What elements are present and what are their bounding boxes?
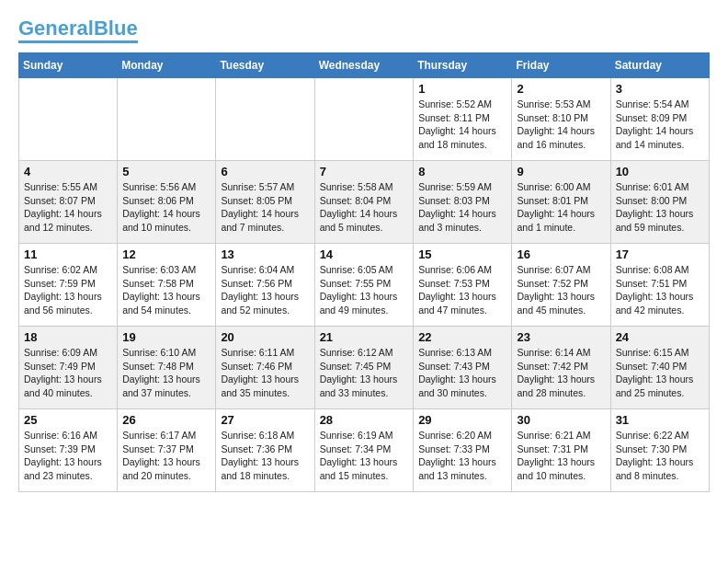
day-header-saturday: Saturday — [610, 53, 709, 78]
day-number: 22 — [418, 330, 506, 344]
calendar-day-24: 24Sunrise: 6:15 AM Sunset: 7:40 PM Dayli… — [610, 327, 709, 409]
day-number: 13 — [221, 247, 309, 261]
calendar-day-18: 18Sunrise: 6:09 AM Sunset: 7:49 PM Dayli… — [19, 327, 118, 409]
day-info: Sunrise: 5:57 AM Sunset: 8:05 PM Dayligh… — [221, 180, 309, 235]
calendar-day-1: 1Sunrise: 5:52 AM Sunset: 8:11 PM Daylig… — [414, 78, 512, 161]
day-header-friday: Friday — [512, 53, 610, 78]
day-number: 30 — [517, 413, 605, 427]
day-number: 3 — [616, 82, 704, 96]
day-number: 8 — [418, 165, 506, 178]
day-info: Sunrise: 6:16 AM Sunset: 7:39 PM Dayligh… — [24, 429, 112, 483]
day-number: 21 — [320, 330, 409, 344]
calendar-day-5: 5Sunrise: 5:56 AM Sunset: 8:06 PM Daylig… — [118, 161, 216, 244]
logo-underline — [18, 40, 138, 43]
calendar: SundayMondayTuesdayWednesdayThursdayFrid… — [18, 52, 710, 492]
calendar-day-16: 16Sunrise: 6:07 AM Sunset: 7:52 PM Dayli… — [512, 244, 610, 327]
calendar-day-8: 8Sunrise: 5:59 AM Sunset: 8:03 PM Daylig… — [414, 161, 512, 244]
day-info: Sunrise: 6:07 AM Sunset: 7:52 PM Dayligh… — [517, 263, 605, 317]
calendar-week-2: 4Sunrise: 5:55 AM Sunset: 8:07 PM Daylig… — [19, 161, 710, 244]
calendar-day-13: 13Sunrise: 6:04 AM Sunset: 7:56 PM Dayli… — [216, 244, 314, 327]
day-info: Sunrise: 6:09 AM Sunset: 7:49 PM Dayligh… — [24, 346, 112, 400]
calendar-day-4: 4Sunrise: 5:55 AM Sunset: 8:07 PM Daylig… — [19, 161, 118, 244]
page-header: GeneralBlue — [18, 18, 710, 43]
day-info: Sunrise: 6:12 AM Sunset: 7:45 PM Dayligh… — [320, 346, 409, 400]
day-info: Sunrise: 6:20 AM Sunset: 7:33 PM Dayligh… — [418, 429, 506, 483]
day-number: 6 — [221, 165, 309, 178]
day-header-tuesday: Tuesday — [216, 53, 314, 78]
calendar-empty — [19, 78, 118, 161]
day-number: 31 — [616, 413, 704, 427]
calendar-week-4: 18Sunrise: 6:09 AM Sunset: 7:49 PM Dayli… — [19, 327, 710, 409]
day-number: 4 — [24, 165, 112, 178]
calendar-day-3: 3Sunrise: 5:54 AM Sunset: 8:09 PM Daylig… — [610, 78, 709, 161]
calendar-day-25: 25Sunrise: 6:16 AM Sunset: 7:39 PM Dayli… — [19, 409, 118, 492]
day-number: 24 — [616, 330, 704, 344]
day-number: 12 — [122, 247, 210, 261]
day-info: Sunrise: 5:58 AM Sunset: 8:04 PM Dayligh… — [320, 180, 409, 235]
day-info: Sunrise: 6:14 AM Sunset: 7:42 PM Dayligh… — [517, 346, 605, 400]
calendar-day-6: 6Sunrise: 5:57 AM Sunset: 8:05 PM Daylig… — [216, 161, 314, 244]
calendar-day-11: 11Sunrise: 6:02 AM Sunset: 7:59 PM Dayli… — [19, 244, 118, 327]
day-header-sunday: Sunday — [19, 53, 118, 78]
day-number: 20 — [221, 330, 309, 344]
logo-blue: Blue — [94, 17, 138, 40]
logo-general: General — [18, 17, 94, 40]
calendar-day-17: 17Sunrise: 6:08 AM Sunset: 7:51 PM Dayli… — [610, 244, 709, 327]
day-number: 2 — [517, 82, 605, 96]
calendar-header-row: SundayMondayTuesdayWednesdayThursdayFrid… — [19, 53, 710, 78]
calendar-day-15: 15Sunrise: 6:06 AM Sunset: 7:53 PM Dayli… — [414, 244, 512, 327]
day-info: Sunrise: 6:18 AM Sunset: 7:36 PM Dayligh… — [221, 429, 309, 483]
calendar-week-5: 25Sunrise: 6:16 AM Sunset: 7:39 PM Dayli… — [19, 409, 710, 492]
day-info: Sunrise: 6:08 AM Sunset: 7:51 PM Dayligh… — [616, 263, 704, 317]
day-info: Sunrise: 6:01 AM Sunset: 8:00 PM Dayligh… — [616, 180, 704, 235]
calendar-day-10: 10Sunrise: 6:01 AM Sunset: 8:00 PM Dayli… — [610, 161, 709, 244]
calendar-day-14: 14Sunrise: 6:05 AM Sunset: 7:55 PM Dayli… — [314, 244, 414, 327]
calendar-day-26: 26Sunrise: 6:17 AM Sunset: 7:37 PM Dayli… — [118, 409, 216, 492]
day-number: 14 — [320, 247, 409, 261]
day-number: 27 — [221, 413, 309, 427]
calendar-day-12: 12Sunrise: 6:03 AM Sunset: 7:58 PM Dayli… — [118, 244, 216, 327]
logo-text: GeneralBlue — [18, 18, 138, 39]
day-number: 5 — [122, 165, 210, 178]
calendar-day-28: 28Sunrise: 6:19 AM Sunset: 7:34 PM Dayli… — [314, 409, 414, 492]
day-number: 1 — [418, 82, 506, 96]
day-number: 23 — [517, 330, 605, 344]
calendar-day-21: 21Sunrise: 6:12 AM Sunset: 7:45 PM Dayli… — [314, 327, 414, 409]
day-number: 9 — [517, 165, 605, 178]
calendar-week-3: 11Sunrise: 6:02 AM Sunset: 7:59 PM Dayli… — [19, 244, 710, 327]
calendar-day-22: 22Sunrise: 6:13 AM Sunset: 7:43 PM Dayli… — [414, 327, 512, 409]
day-number: 7 — [320, 165, 409, 178]
day-number: 29 — [418, 413, 506, 427]
calendar-empty — [314, 78, 414, 161]
day-number: 28 — [320, 413, 409, 427]
day-info: Sunrise: 5:53 AM Sunset: 8:10 PM Dayligh… — [517, 98, 605, 152]
calendar-day-30: 30Sunrise: 6:21 AM Sunset: 7:31 PM Dayli… — [512, 409, 610, 492]
day-info: Sunrise: 6:13 AM Sunset: 7:43 PM Dayligh… — [418, 346, 506, 400]
day-info: Sunrise: 5:56 AM Sunset: 8:06 PM Dayligh… — [122, 180, 210, 235]
calendar-week-1: 1Sunrise: 5:52 AM Sunset: 8:11 PM Daylig… — [19, 78, 710, 161]
day-number: 11 — [24, 247, 112, 261]
calendar-day-29: 29Sunrise: 6:20 AM Sunset: 7:33 PM Dayli… — [414, 409, 512, 492]
day-info: Sunrise: 6:03 AM Sunset: 7:58 PM Dayligh… — [122, 263, 210, 317]
calendar-day-31: 31Sunrise: 6:22 AM Sunset: 7:30 PM Dayli… — [610, 409, 709, 492]
day-info: Sunrise: 6:21 AM Sunset: 7:31 PM Dayligh… — [517, 429, 605, 483]
calendar-day-2: 2Sunrise: 5:53 AM Sunset: 8:10 PM Daylig… — [512, 78, 610, 161]
day-info: Sunrise: 6:10 AM Sunset: 7:48 PM Dayligh… — [122, 346, 210, 400]
day-number: 26 — [122, 413, 210, 427]
day-info: Sunrise: 5:54 AM Sunset: 8:09 PM Dayligh… — [616, 98, 704, 152]
day-number: 15 — [418, 247, 506, 261]
calendar-day-19: 19Sunrise: 6:10 AM Sunset: 7:48 PM Dayli… — [118, 327, 216, 409]
day-info: Sunrise: 5:59 AM Sunset: 8:03 PM Dayligh… — [418, 180, 506, 235]
day-header-monday: Monday — [118, 53, 216, 78]
day-info: Sunrise: 6:05 AM Sunset: 7:55 PM Dayligh… — [320, 263, 409, 317]
day-info: Sunrise: 6:15 AM Sunset: 7:40 PM Dayligh… — [616, 346, 704, 400]
calendar-day-27: 27Sunrise: 6:18 AM Sunset: 7:36 PM Dayli… — [216, 409, 314, 492]
day-number: 10 — [616, 165, 704, 178]
day-info: Sunrise: 6:06 AM Sunset: 7:53 PM Dayligh… — [418, 263, 506, 317]
day-info: Sunrise: 6:11 AM Sunset: 7:46 PM Dayligh… — [221, 346, 309, 400]
day-number: 25 — [24, 413, 112, 427]
day-number: 17 — [616, 247, 704, 261]
logo: GeneralBlue — [18, 18, 138, 43]
calendar-day-20: 20Sunrise: 6:11 AM Sunset: 7:46 PM Dayli… — [216, 327, 314, 409]
day-info: Sunrise: 6:04 AM Sunset: 7:56 PM Dayligh… — [221, 263, 309, 317]
